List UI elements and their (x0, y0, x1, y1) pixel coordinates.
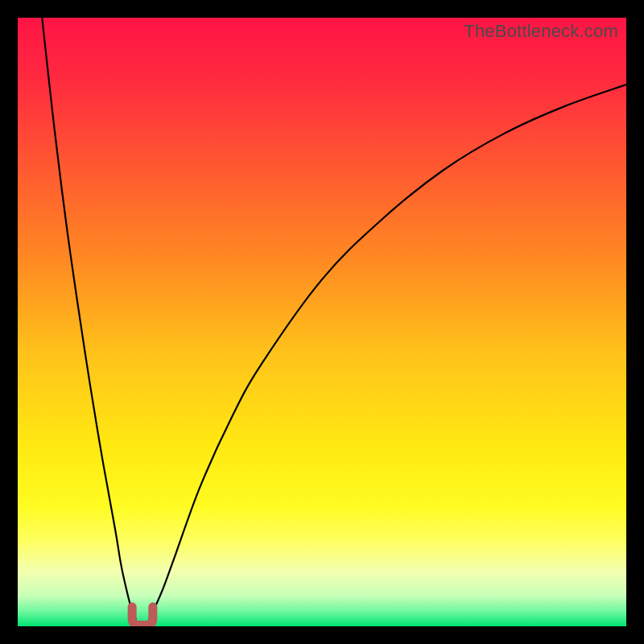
curve-left-branch (42, 18, 135, 619)
plot-area: TheBottleneck.com (18, 18, 626, 626)
minimum-marker (132, 607, 153, 625)
watermark-text: TheBottleneck.com (464, 21, 618, 42)
outer-frame: TheBottleneck.com (0, 0, 644, 644)
curve-right-branch (149, 85, 626, 619)
chart-svg (18, 18, 626, 626)
